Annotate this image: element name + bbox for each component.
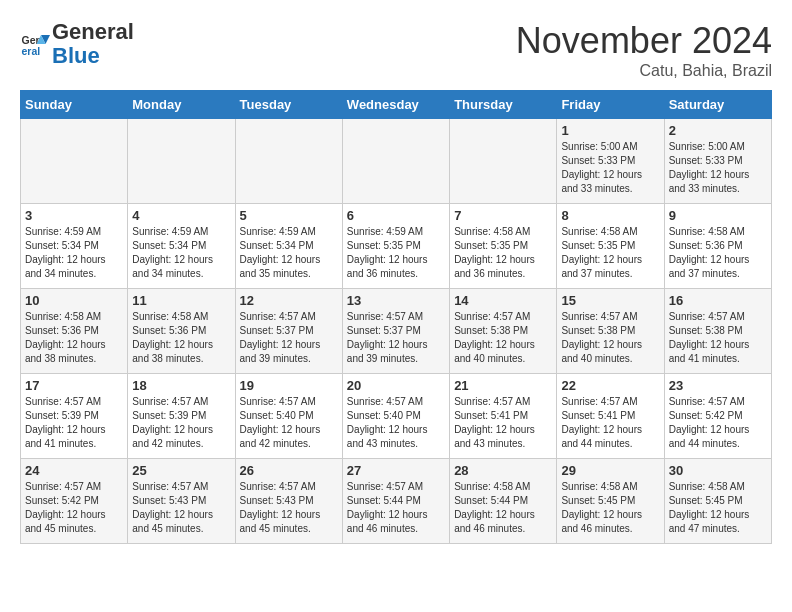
header: Gen eral General Blue November 2024 Catu… [20,20,772,80]
day-info: Sunrise: 4:58 AM Sunset: 5:44 PM Dayligh… [454,480,552,536]
day-number: 26 [240,463,338,478]
day-number: 8 [561,208,659,223]
day-info: Sunrise: 5:00 AM Sunset: 5:33 PM Dayligh… [669,140,767,196]
day-number: 9 [669,208,767,223]
day-info: Sunrise: 4:59 AM Sunset: 5:34 PM Dayligh… [240,225,338,281]
month-title: November 2024 [516,20,772,62]
header-friday: Friday [557,91,664,119]
day-info: Sunrise: 4:57 AM Sunset: 5:41 PM Dayligh… [454,395,552,451]
day-number: 23 [669,378,767,393]
day-number: 15 [561,293,659,308]
day-number: 7 [454,208,552,223]
day-info: Sunrise: 4:58 AM Sunset: 5:36 PM Dayligh… [25,310,123,366]
logo-line1: General [52,20,134,44]
header-row: Sunday Monday Tuesday Wednesday Thursday… [21,91,772,119]
cell-2-4: 14Sunrise: 4:57 AM Sunset: 5:38 PM Dayli… [450,289,557,374]
day-info: Sunrise: 4:57 AM Sunset: 5:41 PM Dayligh… [561,395,659,451]
day-info: Sunrise: 4:58 AM Sunset: 5:36 PM Dayligh… [669,225,767,281]
week-row-4: 24Sunrise: 4:57 AM Sunset: 5:42 PM Dayli… [21,459,772,544]
day-number: 5 [240,208,338,223]
day-number: 1 [561,123,659,138]
day-number: 14 [454,293,552,308]
day-number: 10 [25,293,123,308]
cell-0-0 [21,119,128,204]
day-number: 2 [669,123,767,138]
day-info: Sunrise: 4:57 AM Sunset: 5:38 PM Dayligh… [561,310,659,366]
cell-2-0: 10Sunrise: 4:58 AM Sunset: 5:36 PM Dayli… [21,289,128,374]
day-info: Sunrise: 4:57 AM Sunset: 5:38 PM Dayligh… [454,310,552,366]
day-info: Sunrise: 4:57 AM Sunset: 5:42 PM Dayligh… [669,395,767,451]
cell-4-4: 28Sunrise: 4:58 AM Sunset: 5:44 PM Dayli… [450,459,557,544]
day-info: Sunrise: 4:58 AM Sunset: 5:45 PM Dayligh… [669,480,767,536]
day-info: Sunrise: 4:57 AM Sunset: 5:40 PM Dayligh… [347,395,445,451]
header-saturday: Saturday [664,91,771,119]
day-info: Sunrise: 4:57 AM Sunset: 5:39 PM Dayligh… [25,395,123,451]
day-number: 13 [347,293,445,308]
cell-2-5: 15Sunrise: 4:57 AM Sunset: 5:38 PM Dayli… [557,289,664,374]
cell-1-2: 5Sunrise: 4:59 AM Sunset: 5:34 PM Daylig… [235,204,342,289]
cell-0-2 [235,119,342,204]
day-number: 11 [132,293,230,308]
day-number: 22 [561,378,659,393]
day-info: Sunrise: 4:59 AM Sunset: 5:34 PM Dayligh… [25,225,123,281]
day-number: 3 [25,208,123,223]
logo-icon: Gen eral [20,29,50,59]
cell-2-3: 13Sunrise: 4:57 AM Sunset: 5:37 PM Dayli… [342,289,449,374]
day-info: Sunrise: 4:57 AM Sunset: 5:39 PM Dayligh… [132,395,230,451]
cell-0-6: 2Sunrise: 5:00 AM Sunset: 5:33 PM Daylig… [664,119,771,204]
day-number: 20 [347,378,445,393]
day-info: Sunrise: 4:57 AM Sunset: 5:38 PM Dayligh… [669,310,767,366]
day-number: 19 [240,378,338,393]
header-tuesday: Tuesday [235,91,342,119]
page-container: Gen eral General Blue November 2024 Catu… [0,0,792,554]
cell-1-1: 4Sunrise: 4:59 AM Sunset: 5:34 PM Daylig… [128,204,235,289]
day-info: Sunrise: 4:59 AM Sunset: 5:35 PM Dayligh… [347,225,445,281]
day-info: Sunrise: 4:59 AM Sunset: 5:34 PM Dayligh… [132,225,230,281]
day-info: Sunrise: 4:57 AM Sunset: 5:37 PM Dayligh… [347,310,445,366]
title-area: November 2024 Catu, Bahia, Brazil [516,20,772,80]
day-number: 17 [25,378,123,393]
cell-3-4: 21Sunrise: 4:57 AM Sunset: 5:41 PM Dayli… [450,374,557,459]
day-info: Sunrise: 5:00 AM Sunset: 5:33 PM Dayligh… [561,140,659,196]
cell-0-3 [342,119,449,204]
header-wednesday: Wednesday [342,91,449,119]
cell-3-6: 23Sunrise: 4:57 AM Sunset: 5:42 PM Dayli… [664,374,771,459]
day-number: 29 [561,463,659,478]
calendar-table: Sunday Monday Tuesday Wednesday Thursday… [20,90,772,544]
logo-line2: Blue [52,44,134,68]
day-number: 4 [132,208,230,223]
cell-3-1: 18Sunrise: 4:57 AM Sunset: 5:39 PM Dayli… [128,374,235,459]
cell-4-1: 25Sunrise: 4:57 AM Sunset: 5:43 PM Dayli… [128,459,235,544]
cell-2-2: 12Sunrise: 4:57 AM Sunset: 5:37 PM Dayli… [235,289,342,374]
week-row-3: 17Sunrise: 4:57 AM Sunset: 5:39 PM Dayli… [21,374,772,459]
day-number: 24 [25,463,123,478]
cell-0-1 [128,119,235,204]
day-info: Sunrise: 4:58 AM Sunset: 5:35 PM Dayligh… [454,225,552,281]
cell-3-0: 17Sunrise: 4:57 AM Sunset: 5:39 PM Dayli… [21,374,128,459]
cell-3-3: 20Sunrise: 4:57 AM Sunset: 5:40 PM Dayli… [342,374,449,459]
day-number: 28 [454,463,552,478]
cell-3-2: 19Sunrise: 4:57 AM Sunset: 5:40 PM Dayli… [235,374,342,459]
day-number: 18 [132,378,230,393]
location: Catu, Bahia, Brazil [516,62,772,80]
cell-4-0: 24Sunrise: 4:57 AM Sunset: 5:42 PM Dayli… [21,459,128,544]
day-number: 27 [347,463,445,478]
cell-4-2: 26Sunrise: 4:57 AM Sunset: 5:43 PM Dayli… [235,459,342,544]
day-info: Sunrise: 4:57 AM Sunset: 5:37 PM Dayligh… [240,310,338,366]
week-row-2: 10Sunrise: 4:58 AM Sunset: 5:36 PM Dayli… [21,289,772,374]
cell-1-0: 3Sunrise: 4:59 AM Sunset: 5:34 PM Daylig… [21,204,128,289]
week-row-0: 1Sunrise: 5:00 AM Sunset: 5:33 PM Daylig… [21,119,772,204]
cell-1-4: 7Sunrise: 4:58 AM Sunset: 5:35 PM Daylig… [450,204,557,289]
cell-0-5: 1Sunrise: 5:00 AM Sunset: 5:33 PM Daylig… [557,119,664,204]
day-number: 21 [454,378,552,393]
day-number: 12 [240,293,338,308]
header-monday: Monday [128,91,235,119]
day-info: Sunrise: 4:58 AM Sunset: 5:45 PM Dayligh… [561,480,659,536]
cell-2-6: 16Sunrise: 4:57 AM Sunset: 5:38 PM Dayli… [664,289,771,374]
day-number: 6 [347,208,445,223]
day-number: 25 [132,463,230,478]
cell-4-5: 29Sunrise: 4:58 AM Sunset: 5:45 PM Dayli… [557,459,664,544]
day-number: 16 [669,293,767,308]
day-info: Sunrise: 4:58 AM Sunset: 5:36 PM Dayligh… [132,310,230,366]
cell-4-6: 30Sunrise: 4:58 AM Sunset: 5:45 PM Dayli… [664,459,771,544]
